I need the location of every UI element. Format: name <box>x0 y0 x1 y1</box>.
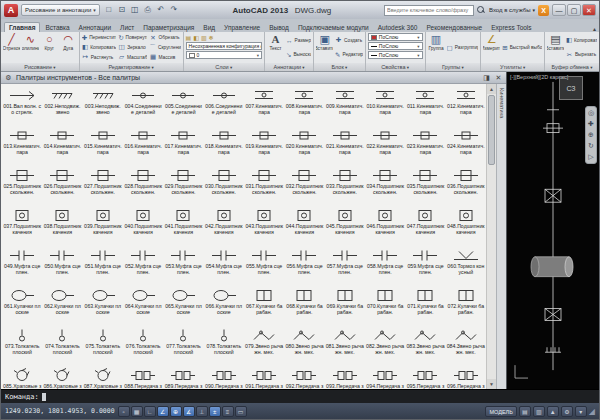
palette-item[interactable]: 003.Неподвиж. звено <box>83 85 123 125</box>
ducs-toggle[interactable]: ⊥ <box>196 406 208 417</box>
cut-button[interactable]: ✂Вырезать <box>566 50 597 59</box>
palette-item[interactable]: 073.Толкатель плоский <box>2 325 42 365</box>
palette-item[interactable]: 033.Подшипник скольжен. <box>325 165 365 205</box>
palette-item[interactable]: 046.Подшипник качения <box>365 205 405 245</box>
arc-button[interactable]: ◠ Дуга <box>60 33 77 62</box>
panel-modify-footer[interactable]: Редактирование <box>80 63 183 71</box>
layer-state-dropdown[interactable]: Несохраненная конфигурация слоев <box>186 42 262 50</box>
palette-item[interactable]: 047.Подшипник качения <box>405 205 445 245</box>
tab-insert[interactable]: Вставка <box>41 23 73 32</box>
layer-isolate-icon[interactable]: ▥ <box>201 34 207 41</box>
paste-button[interactable]: ▤ Вставить <box>547 33 564 62</box>
palette-item[interactable]: 074.Толкатель плоский <box>42 325 82 365</box>
panel-annotation-footer[interactable]: Аннотации <box>265 63 313 71</box>
command-line[interactable]: Команда: <box>1 389 599 403</box>
ortho-toggle[interactable]: ∟ <box>144 406 156 417</box>
palette-item[interactable]: 048.Подшипник качения <box>446 205 486 245</box>
palette-item[interactable]: 042.Подшипник качения <box>204 205 244 245</box>
panel-properties-footer[interactable]: Свойства <box>366 63 425 71</box>
polyline-button[interactable]: ∿ Полилиния <box>22 33 39 62</box>
workspace-switch-icon[interactable]: ⚙ <box>561 406 573 417</box>
palette-item[interactable]: 039.Подшипник качения <box>83 205 123 245</box>
palette-item[interactable]: 080.Звено рычажн. мех. <box>284 325 324 365</box>
save-icon[interactable]: ◫ <box>129 4 141 16</box>
array-button[interactable]: ▦Массив <box>149 53 180 62</box>
palette-item[interactable]: 075.Толкатель плоский <box>83 325 123 365</box>
palette-item[interactable]: 089.Передача зубчатая <box>163 365 203 389</box>
palette-item[interactable]: 088.Передача зубчатая <box>123 365 163 389</box>
palette-item[interactable]: 092.Передача зубчатая <box>284 365 324 389</box>
palette-item[interactable]: 057.Муфта сцеплен. <box>325 245 365 285</box>
scroll-thumb[interactable] <box>488 95 495 165</box>
rotate-button[interactable]: ↻Повернуть <box>118 33 147 42</box>
resize-grip[interactable]: ◢ <box>589 407 595 416</box>
palette-item[interactable]: 060.Тормоз конусный <box>446 245 486 285</box>
dimension-button[interactable]: ↔Размер <box>286 36 311 45</box>
palette-item[interactable]: 054.Муфта сцеплен. <box>204 245 244 285</box>
palette-item[interactable]: 025.Подшипник скольжен. <box>2 165 42 205</box>
palette-item[interactable]: 045.Подшипник качения <box>325 205 365 245</box>
linetype-dropdown[interactable]: ПоСлою <box>368 51 423 59</box>
palette-item[interactable]: 051.Муфта сцеплен. <box>83 245 123 285</box>
trim-button[interactable]: ✕Обрезать <box>149 33 180 42</box>
palette-item[interactable]: 090.Передача зубчатая <box>204 365 244 389</box>
palette-autohide-icon[interactable]: ◨ <box>482 74 491 82</box>
palette-item[interactable]: 017.Кинематич. пара <box>163 125 203 165</box>
plot-icon[interactable]: ⎙ <box>142 4 154 16</box>
palette-item[interactable]: 058.Муфта сцеплен. <box>365 245 405 285</box>
palette-item[interactable]: 044.Подшипник качения <box>284 205 324 245</box>
palette-item[interactable]: 055.Муфта сцеплен. <box>244 245 284 285</box>
tab-express[interactable]: Express Tools <box>487 23 535 32</box>
palette-item[interactable]: 005.Соединение деталей <box>163 85 203 125</box>
quick-view-drawings-icon[interactable]: ▥ <box>533 406 545 417</box>
palette-item[interactable]: 043.Подшипник качения <box>244 205 284 245</box>
palette-scrollbar[interactable]: ▲ ▼ <box>486 84 496 389</box>
panel-clipboard-footer[interactable]: Буфер обмена <box>545 63 599 71</box>
scroll-up-icon[interactable]: ▲ <box>487 84 496 94</box>
palette-item[interactable]: 069.Кулачки барабан. <box>325 285 365 325</box>
palette-item[interactable]: 078.Толкатель плоский <box>204 325 244 365</box>
line-button[interactable]: ╱ Отрезок <box>3 33 20 62</box>
palette-item[interactable]: 065.Кулачки плоские <box>163 285 203 325</box>
palette-item[interactable]: 023.Кинематич. пара <box>405 125 445 165</box>
lineweight-dropdown[interactable]: ПоСлою <box>368 42 423 50</box>
layer-freeze-icon[interactable]: ❄ <box>209 34 214 41</box>
panel-draw-footer[interactable]: Рисование <box>1 63 79 71</box>
measure-button[interactable]: ∠ Измерить <box>483 33 500 62</box>
palette-item[interactable]: 019.Кинематич. пара <box>244 125 284 165</box>
minimize-button[interactable]: — <box>552 4 566 16</box>
ungroup-button[interactable]: ▢Разгруппир. <box>447 43 479 52</box>
palette-item[interactable]: 084.Звено рычажн. мех. <box>446 325 486 365</box>
panel-groups-footer[interactable]: Группы <box>426 63 481 71</box>
steering-wheel-icon[interactable]: ◎ <box>588 109 594 117</box>
palette-item[interactable]: 008.Кинематич. пара <box>284 85 324 125</box>
tpy-toggle[interactable]: ▭ <box>235 406 247 417</box>
palette-item[interactable]: 015.Кинематич. пара <box>83 125 123 165</box>
insert-block-button[interactable]: ▣ Вставить <box>316 33 333 62</box>
workspace-dropdown[interactable]: Рисование и аннотации <box>21 4 100 16</box>
model-space-button[interactable]: МОДЕЛЬ <box>485 406 516 417</box>
scale-button[interactable]: ▱Масштаб <box>118 53 147 62</box>
tool-palettes-title-bar[interactable]: ⚙ Палитры инструментов - Все палитры ◨ ✕ <box>1 72 506 84</box>
panel-utilities-footer[interactable]: Утилиты <box>481 63 544 71</box>
palette-item[interactable]: 070.Кулачки барабан. <box>365 285 405 325</box>
tab-annotate[interactable]: Аннотации <box>75 23 116 32</box>
palette-item[interactable]: 095.Передача зубчатая <box>405 365 445 389</box>
pan-icon[interactable]: ✚ <box>588 120 594 128</box>
palette-item[interactable]: 053.Муфта сцеплен. <box>163 245 203 285</box>
sign-in-button[interactable]: Вход в службы <box>489 7 535 13</box>
palette-item[interactable]: 037.Подшипник качения <box>2 205 42 245</box>
tab-featured[interactable]: Рекомендованные <box>422 23 486 32</box>
osnap-toggle[interactable]: ⊕ <box>170 406 182 417</box>
quick-view-layouts-icon[interactable]: ▤ <box>519 406 531 417</box>
palette-item[interactable]: 077.Толкатель плоский <box>163 325 203 365</box>
palette-item[interactable]: 052.Муфта сцеплен. <box>123 245 163 285</box>
palette-item[interactable]: 062.Кулачки плоские <box>42 285 82 325</box>
polar-toggle[interactable]: ∠ <box>157 406 169 417</box>
showmotion-icon[interactable]: ▷ <box>588 153 593 161</box>
palette-item[interactable]: 072.Кулачки барабан. <box>446 285 486 325</box>
redo-icon[interactable]: ↷ <box>168 4 180 16</box>
palette-item[interactable]: 041.Подшипник качения <box>163 205 203 245</box>
exchange-apps-icon[interactable]: X <box>538 5 549 16</box>
tab-plugins[interactable]: Подключаемые модули <box>294 23 373 32</box>
